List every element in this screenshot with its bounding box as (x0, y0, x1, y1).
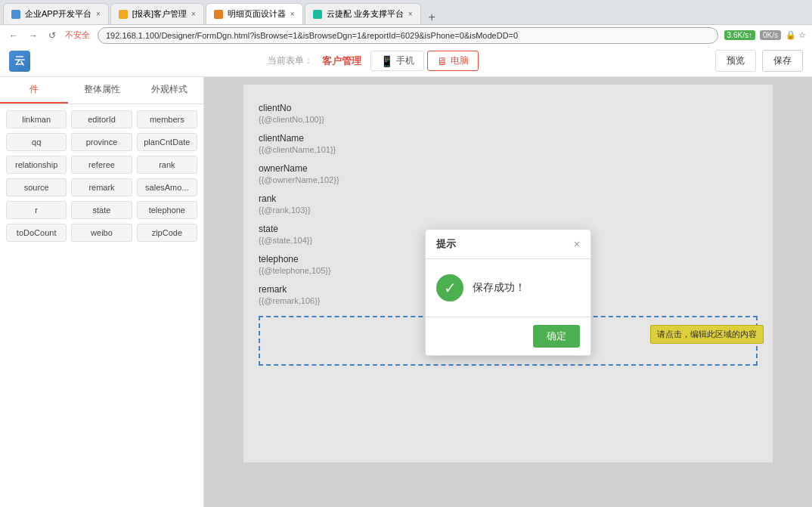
tab-close-3[interactable]: × (290, 10, 295, 18)
field-remark[interactable]: remark (71, 178, 132, 196)
current-form-label: 当前表单： (268, 54, 313, 67)
tab-label-1: 企业APP开发平台 (25, 8, 91, 20)
field-telephone[interactable]: telephone (137, 201, 197, 219)
field-province[interactable]: province (71, 133, 132, 151)
tab-favicon-1 (11, 10, 20, 19)
refresh-button[interactable]: ↺ (45, 29, 59, 42)
tab-close-4[interactable]: × (408, 10, 413, 18)
confirm-button[interactable]: 确定 (533, 325, 580, 348)
header-center: 当前表单： 客户管理 📱 手机 🖥 电脑 (30, 51, 715, 71)
mobile-device-btn[interactable]: 📱 手机 (370, 51, 424, 71)
browser-chrome: 企业APP开发平台 × [报表]客户管理 × 明细页面设计器 × 云捷配 业务支… (0, 0, 812, 45)
header-right: 预览 保存 (715, 50, 803, 72)
mobile-icon: 📱 (380, 55, 393, 67)
field-state[interactable]: state (71, 201, 132, 219)
tab-close-2[interactable]: × (191, 10, 196, 18)
security-label: 不安全 (65, 29, 90, 41)
tab-props-label: 整体属性 (84, 84, 120, 94)
modal-header: 提示 × (426, 230, 590, 259)
tab-style-label: 外观样式 (151, 84, 188, 94)
field-todocount[interactable]: toDoCount (6, 224, 67, 242)
new-tab-button[interactable]: + (423, 11, 442, 24)
main-layout: 件 整体属性 外观样式 linkman editorId members qq … (0, 77, 812, 507)
field-r[interactable]: r (6, 201, 67, 219)
tab-label-4: 云捷配 业务支撑平台 (327, 8, 404, 20)
extensions-area: 🔒 ☆ (786, 30, 806, 40)
tab-label-2: [报表]客户管理 (132, 8, 187, 20)
address-bar: ← → ↺ 不安全 3.6K/s↑ 0K/s 🔒 ☆ (0, 24, 812, 45)
modal-title: 提示 (436, 237, 456, 251)
browser-controls: 3.6K/s↑ 0K/s 🔒 ☆ (724, 30, 806, 40)
sidebar-tab-fields[interactable]: 件 (0, 77, 68, 104)
tab-favicon-2 (119, 10, 128, 19)
field-qq[interactable]: qq (6, 133, 67, 151)
current-form-name: 客户管理 (322, 54, 361, 68)
success-modal: 提示 × ✓ 保存成功！ 确定 (425, 229, 591, 356)
field-plancntdate[interactable]: planCntDate (137, 133, 197, 151)
field-linkman[interactable]: linkman (6, 110, 67, 128)
sidebar-tab-style[interactable]: 外观样式 (135, 77, 203, 104)
pc-icon: 🖥 (437, 55, 448, 67)
field-source[interactable]: source (6, 178, 67, 196)
app-logo: 云 (9, 51, 30, 72)
tab-designer[interactable]: 明细页面设计器 × (206, 3, 303, 24)
field-zipcode[interactable]: zipCode (137, 224, 197, 242)
modal-message: 保存成功！ (473, 281, 525, 295)
field-editorid[interactable]: editorId (71, 110, 132, 128)
modal-close-button[interactable]: × (574, 238, 580, 250)
back-button[interactable]: ← (6, 29, 21, 42)
success-icon: ✓ (436, 274, 463, 301)
pc-label: 电脑 (451, 54, 469, 67)
tab-yunjiepei[interactable]: 云捷配 业务支撑平台 × (305, 3, 421, 24)
save-button[interactable]: 保存 (762, 50, 803, 72)
left-sidebar: 件 整体属性 外观样式 linkman editorId members qq … (0, 77, 204, 507)
sidebar-tab-props[interactable]: 整体属性 (68, 77, 136, 104)
modal-overlay: 提示 × ✓ 保存成功！ 确定 (204, 77, 812, 507)
tabs-bar: 企业APP开发平台 × [报表]客户管理 × 明细页面设计器 × 云捷配 业务支… (0, 0, 812, 24)
field-weibo[interactable]: weibo (71, 224, 132, 242)
nav-buttons: ← → ↺ (6, 29, 59, 42)
field-rank[interactable]: rank (137, 156, 197, 174)
sidebar-tabs: 件 整体属性 外观样式 (0, 77, 203, 104)
forward-button[interactable]: → (26, 29, 41, 42)
field-referee[interactable]: referee (71, 156, 132, 174)
app-header: 云 当前表单： 客户管理 📱 手机 🖥 电脑 预览 保存 (0, 45, 812, 77)
speed-down: 3.6K/s↑ (724, 30, 755, 40)
tab-close-1[interactable]: × (96, 10, 101, 18)
tab-label-3: 明细页面设计器 (228, 8, 286, 20)
speed-up: 0K/s (760, 30, 781, 40)
address-input[interactable] (98, 27, 718, 44)
right-canvas: clientNo {{@clientNo,100}} clientName {{… (204, 77, 812, 507)
field-grid: linkman editorId members qq province pla… (0, 104, 203, 248)
tab-favicon-4 (313, 10, 322, 19)
modal-footer: 确定 (426, 317, 590, 355)
field-salesamo[interactable]: salesAmo... (137, 178, 197, 196)
tab-fields-label: 件 (29, 84, 39, 94)
pc-device-btn[interactable]: 🖥 电脑 (427, 51, 479, 71)
device-toggle: 📱 手机 🖥 电脑 (370, 51, 479, 71)
field-relationship[interactable]: relationship (6, 156, 67, 174)
tab-enterprise[interactable]: 企业APP开发平台 × (3, 3, 109, 24)
tab-favicon-3 (214, 10, 223, 19)
preview-button[interactable]: 预览 (715, 50, 756, 72)
field-members[interactable]: members (137, 110, 197, 128)
mobile-label: 手机 (396, 54, 414, 67)
tab-report[interactable]: [报表]客户管理 × (110, 3, 204, 24)
modal-body: ✓ 保存成功！ (426, 259, 590, 317)
